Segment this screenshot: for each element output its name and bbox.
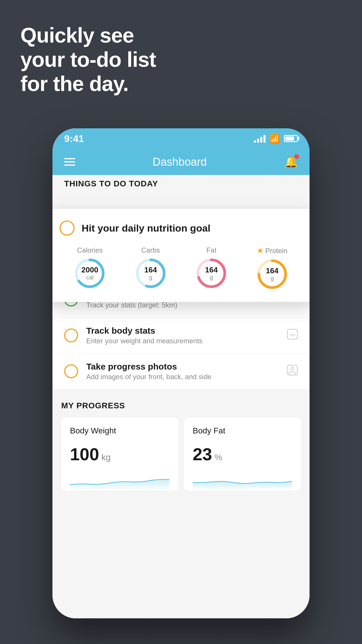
status-bar: 9:41 📶 <box>52 128 310 149</box>
todo-circle-body-stats <box>64 328 78 342</box>
nav-title: Dashboard <box>153 156 207 168</box>
running-subtitle: Track your stats (target: 5km) <box>86 301 278 309</box>
battery-icon <box>284 135 298 142</box>
todo-text-body-stats: Track body stats Enter your weight and m… <box>86 326 279 345</box>
progress-section: MY PROGRESS Body Weight 100 kg <box>52 389 310 491</box>
carbs-label: Carbs <box>141 246 160 254</box>
calories-circle: 2000 cal <box>74 257 106 289</box>
body-fat-card[interactable]: Body Fat 23 % <box>184 417 301 491</box>
calories-value: 2000 <box>81 266 98 274</box>
nutrition-card: Hit your daily nutrition goal Calories 2 <box>52 209 310 302</box>
protein-star-icon: ★ <box>257 246 263 255</box>
body-fat-card-title: Body Fat <box>193 426 292 435</box>
person-icon <box>287 365 298 378</box>
nutrition-fat: Fat 164 g <box>195 246 227 289</box>
calories-unit: cal <box>81 274 98 281</box>
nutrition-grid: Calories 2000 cal <box>59 246 303 290</box>
todo-item-body-stats[interactable]: Track body stats Enter your weight and m… <box>52 318 310 354</box>
svg-point-11 <box>291 367 294 370</box>
progress-section-title: MY PROGRESS <box>61 401 301 410</box>
app-content: THINGS TO DO TODAY Hit your daily nutrit… <box>52 175 310 618</box>
body-weight-card-title: Body Weight <box>70 426 169 435</box>
headline: Quickly see your to-do list for the day. <box>20 23 156 96</box>
body-fat-unit: % <box>215 452 222 462</box>
protein-value: 164 <box>266 267 278 275</box>
menu-button[interactable] <box>64 158 75 166</box>
headline-line3: for the day. <box>20 72 129 95</box>
progress-photos-subtitle: Add images of your front, back, and side <box>86 373 279 381</box>
phone-frame: 9:41 📶 Dashboard 🔔 <box>52 128 310 618</box>
body-stats-title: Track body stats <box>86 326 279 336</box>
calories-label: Calories <box>77 246 103 254</box>
protein-label: Protein <box>265 247 287 255</box>
body-weight-card[interactable]: Body Weight 100 kg <box>61 417 178 491</box>
wifi-icon: 📶 <box>270 134 280 144</box>
body-stats-subtitle: Enter your weight and measurements <box>86 337 279 345</box>
body-fat-number: 23 <box>193 444 212 464</box>
notification-bell-icon[interactable]: 🔔 <box>284 155 298 168</box>
status-time: 9:41 <box>64 133 84 144</box>
progress-photos-title: Take progress photos <box>86 362 279 372</box>
fat-value: 164 <box>205 266 218 274</box>
fat-unit: g <box>205 274 218 281</box>
status-icons: 📶 <box>254 134 298 144</box>
protein-circle: 164 g <box>256 258 288 290</box>
body-weight-chart <box>70 470 169 491</box>
carbs-circle: 164 g <box>135 257 167 289</box>
body-weight-value-container: 100 kg <box>70 444 169 464</box>
carbs-unit: g <box>144 274 157 281</box>
task-circle-nutrition[interactable] <box>59 220 75 236</box>
carbs-value: 164 <box>144 266 157 274</box>
nav-bar: Dashboard 🔔 <box>52 149 310 175</box>
headline-line1: Quickly see <box>20 24 134 47</box>
todo-text-progress-photos: Take progress photos Add images of your … <box>86 362 279 381</box>
body-weight-number: 100 <box>70 444 99 464</box>
todo-circle-progress-photos <box>64 364 78 378</box>
body-weight-unit: kg <box>101 452 111 462</box>
fat-circle: 164 g <box>195 257 227 289</box>
nutrition-carbs: Carbs 164 g <box>135 246 167 289</box>
body-fat-chart <box>193 470 292 491</box>
nutrition-protein: ★ Protein 164 g <box>256 246 288 290</box>
headline-line2: your to-do list <box>20 48 156 71</box>
scale-icon <box>287 329 298 342</box>
body-fat-value-container: 23 % <box>193 444 292 464</box>
signal-icon <box>254 134 266 143</box>
todo-item-progress-photos[interactable]: Take progress photos Add images of your … <box>52 354 310 389</box>
notification-dot <box>294 154 299 159</box>
nutrition-calories: Calories 2000 cal <box>74 246 106 289</box>
nutrition-card-title: Hit your daily nutrition goal <box>82 223 210 234</box>
svg-point-9 <box>292 335 293 336</box>
fat-label: Fat <box>206 246 217 254</box>
protein-unit: g <box>266 275 278 282</box>
section-header: THINGS TO DO TODAY <box>52 175 310 188</box>
progress-grid: Body Weight 100 kg <box>61 417 301 491</box>
things-today-title: THINGS TO DO TODAY <box>64 179 298 188</box>
